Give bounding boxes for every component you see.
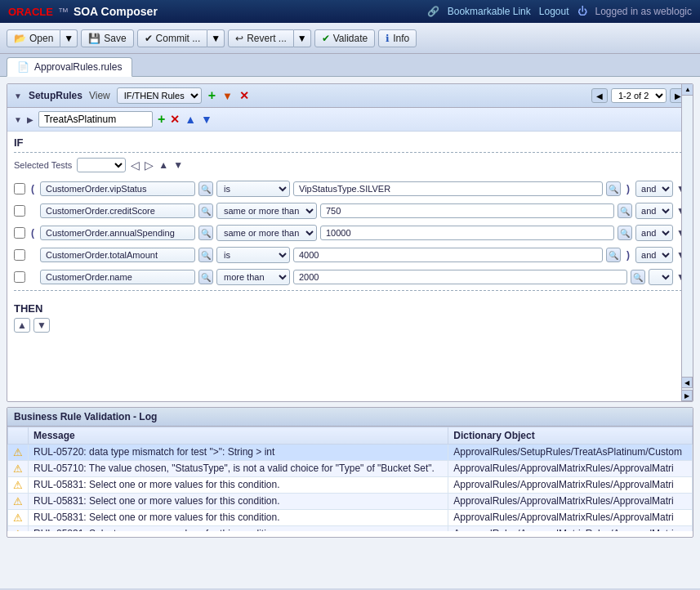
add-rule-button[interactable]: +: [208, 88, 216, 103]
validate-button[interactable]: ✔ Validate: [314, 29, 375, 47]
move-down-button[interactable]: ▼: [201, 113, 212, 126]
cond-search2-2[interactable]: 🔍: [618, 226, 632, 240]
scroll-up[interactable]: ▲: [682, 84, 693, 96]
rule-expand-icon[interactable]: ▶: [27, 115, 33, 124]
log-warn-icon: ⚠: [8, 510, 29, 526]
cond-checkbox-4[interactable]: [14, 271, 25, 283]
if-label: IF: [14, 136, 686, 149]
then-label: THEN: [14, 302, 686, 315]
if-section: IF Selected Tests ◁ ▷ ▲ ▼ ( CustomerOrde…: [7, 132, 693, 299]
revert-button-split[interactable]: ↩ Revert ... ▼: [228, 29, 311, 47]
log-message: RUL-05831: Select one or more values for…: [29, 494, 448, 510]
move-up-button[interactable]: ▲: [185, 113, 196, 126]
logout-link[interactable]: Logout: [539, 6, 569, 17]
cond-connector-1[interactable]: and: [635, 203, 673, 219]
delete-rule-button[interactable]: ✕: [239, 89, 249, 102]
bookmarkable-link[interactable]: Bookmarkable Link: [448, 6, 531, 17]
cond-close-paren-0: ): [624, 183, 632, 194]
test-nav-2[interactable]: ▷: [145, 159, 154, 172]
add-condition-button[interactable]: +: [158, 112, 165, 127]
collapse-arrow[interactable]: ▼: [14, 92, 22, 101]
cond-field-2: CustomerOrder.annualSpending: [40, 226, 195, 240]
commit-button-split[interactable]: ✔ Commit ... ▼: [137, 29, 225, 47]
prev-page-button[interactable]: ◀: [591, 88, 608, 103]
test-up[interactable]: ▲: [158, 159, 168, 171]
tests-select[interactable]: [77, 158, 126, 172]
cond-search-0[interactable]: 🔍: [198, 181, 213, 196]
test-nav-1[interactable]: ◁: [131, 159, 140, 172]
rule-name-input[interactable]: [38, 111, 153, 127]
selected-tests-label: Selected Tests: [14, 160, 72, 170]
cond-search2-0[interactable]: 🔍: [606, 181, 621, 196]
cond-search-1[interactable]: 🔍: [198, 203, 213, 218]
commit-button[interactable]: ✔ Commit ...: [137, 29, 208, 47]
open-arrow[interactable]: ▼: [60, 29, 78, 47]
cond-field-1: CustomerOrder.creditScore: [40, 203, 195, 218]
cond-open-paren-1: [29, 205, 37, 217]
info-button[interactable]: ℹ Info: [378, 29, 417, 47]
cond-search2-1[interactable]: 🔍: [618, 203, 632, 218]
remove-condition-button[interactable]: ✕: [170, 113, 180, 126]
then-up-arrow[interactable]: ▲: [14, 318, 30, 333]
cond-connector-4[interactable]: [649, 269, 673, 285]
cond-operator-3[interactable]: is: [216, 247, 290, 263]
cond-operator-4[interactable]: more than: [216, 269, 290, 285]
save-button[interactable]: 💾 Save: [81, 29, 133, 47]
log-row: ⚠RUL-05710: The value chosen, "StatusTyp…: [8, 461, 693, 477]
test-down[interactable]: ▼: [173, 159, 183, 171]
cond-open-paren-0: (: [29, 183, 37, 194]
log-row: ⚠RUL-05831: Select one or more values fo…: [8, 510, 693, 526]
cond-field-4: CustomerOrder.name: [40, 270, 195, 284]
cond-operator-0[interactable]: is: [216, 181, 290, 197]
cond-connector-0[interactable]: and: [635, 181, 673, 197]
cond-search-2[interactable]: 🔍: [198, 226, 213, 240]
corner-btn-bottom[interactable]: ▶: [681, 390, 693, 401]
log-row: ⚠RUL-05831: Select one or more values fo…: [8, 526, 693, 532]
log-warn-icon: ⚠: [8, 494, 29, 510]
cond-close-paren-3: ): [624, 249, 632, 261]
commit-arrow[interactable]: ▼: [207, 29, 225, 47]
open-button[interactable]: 📂 Open: [7, 29, 60, 47]
top-bar: ORACLE ™ SOA Composer 🔗 Bookmarkable Lin…: [0, 0, 700, 23]
cond-search-3[interactable]: 🔍: [198, 248, 213, 262]
then-arrows: ▲ ▼: [14, 318, 686, 333]
revert-button[interactable]: ↩ Revert ...: [228, 29, 294, 47]
page-select[interactable]: 1-2 of 2: [611, 88, 667, 103]
cond-connector-2[interactable]: and: [635, 225, 673, 241]
tab-icon: 📄: [17, 61, 29, 73]
approval-rules-tab[interactable]: 📄 ApprovalRules.rules: [7, 57, 132, 77]
cond-connector-3[interactable]: and: [635, 247, 673, 263]
rule-collapse-icon[interactable]: ▼: [14, 115, 22, 124]
log-warn-icon: ⚠: [8, 445, 29, 461]
cond-checkbox-3[interactable]: [14, 249, 25, 261]
log-table: Message Dictionary Object ⚠RUL-05720: da…: [7, 427, 693, 531]
rules-panel: ▼ SetupRules View IF/THEN Rules + ▼ ✕ ◀ …: [7, 83, 693, 402]
tab-label: ApprovalRules.rules: [34, 61, 122, 73]
info-icon: ℹ: [386, 33, 390, 44]
log-message: RUL-05831: Select one or more values for…: [29, 477, 448, 494]
log-row: ⚠RUL-05831: Select one or more values fo…: [8, 477, 693, 494]
cond-search2-4[interactable]: 🔍: [631, 270, 645, 284]
cond-search2-3[interactable]: 🔍: [606, 248, 621, 262]
open-button-split[interactable]: 📂 Open ▼: [7, 29, 78, 47]
log-scroll[interactable]: Message Dictionary Object ⚠RUL-05720: da…: [7, 427, 693, 531]
corner-btn-top[interactable]: ◀: [681, 377, 693, 388]
cond-operator-2[interactable]: same or more than: [216, 225, 317, 241]
view-label: View: [89, 90, 110, 101]
log-row: ⚠RUL-05831: Select one or more values fo…: [8, 494, 693, 510]
then-down-arrow[interactable]: ▼: [33, 318, 50, 333]
logged-in-text: Logged in as weblogic: [595, 6, 693, 17]
tab-bar: 📄 ApprovalRules.rules: [0, 54, 700, 77]
cond-checkbox-0[interactable]: [14, 183, 25, 194]
log-dictionary: ApprovalRules/ApprovalMatrixRules/Approv…: [448, 510, 693, 526]
app-title: SOA Composer: [74, 5, 158, 18]
add-rule-dropdown[interactable]: ▼: [222, 90, 233, 102]
open-icon: 📂: [14, 33, 26, 44]
log-dictionary: ApprovalRules/ApprovalMatrixRules/Approv…: [448, 526, 693, 532]
view-select[interactable]: IF/THEN Rules: [117, 87, 202, 104]
cond-operator-1[interactable]: same or more than: [216, 203, 317, 219]
cond-checkbox-1[interactable]: [14, 205, 25, 217]
revert-arrow[interactable]: ▼: [294, 29, 311, 47]
cond-search-4[interactable]: 🔍: [198, 270, 213, 284]
cond-checkbox-2[interactable]: [14, 227, 25, 239]
